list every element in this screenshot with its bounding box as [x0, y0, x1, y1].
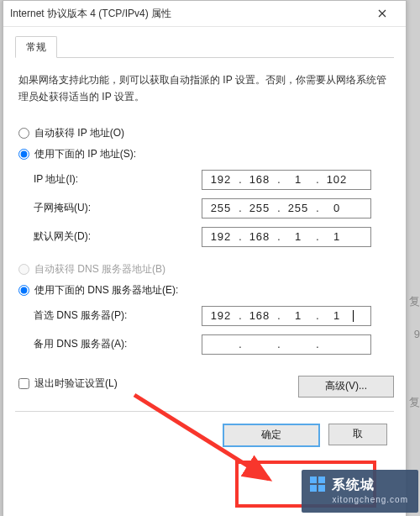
titlebar: Internet 协议版本 4 (TCP/IPv4) 属性: [3, 1, 406, 27]
close-button[interactable]: [365, 1, 399, 26]
description-text: 如果网络支持此功能，则可以获取自动指派的 IP 设置。否则，你需要从网络系统管理…: [18, 71, 391, 106]
radio-ip-manual-input[interactable]: [18, 149, 29, 160]
tab-general[interactable]: 常规: [15, 36, 57, 58]
radio-dns-manual[interactable]: 使用下面的 DNS 服务器地址(E):: [18, 283, 391, 297]
svg-rect-2: [318, 477, 325, 483]
ghost-text: 9: [414, 328, 420, 340]
label-subnet-mask: 子网掩码(U):: [34, 201, 202, 215]
radio-dns-auto-input: [18, 264, 29, 275]
input-ip-address[interactable]: 192. 168. 1. 102: [202, 170, 371, 190]
window-title: Internet 协议版本 4 (TCP/IPv4) 属性: [10, 7, 365, 21]
ip-group: 自动获得 IP 地址(O) 使用下面的 IP 地址(S): IP 地址(I): …: [18, 126, 391, 247]
ghost-text: 复: [409, 395, 420, 410]
cancel-button[interactable]: 取: [328, 424, 387, 445]
watermark-url: xitongcheng.com: [332, 495, 408, 504]
label-default-gateway: 默认网关(D):: [34, 229, 202, 244]
row-preferred-dns: 首选 DNS 服务器(P): 192. 168. 1. 1: [34, 306, 391, 326]
watermark-logo-icon: [308, 475, 327, 493]
radio-dns-manual-label: 使用下面的 DNS 服务器地址(E):: [34, 283, 178, 297]
checkbox-validate-input[interactable]: [18, 378, 29, 389]
row-ip-address: IP 地址(I): 192. 168. 1. 102: [34, 170, 391, 190]
radio-ip-manual[interactable]: 使用下面的 IP 地址(S):: [18, 147, 391, 161]
label-alternate-dns: 备用 DNS 服务器(A):: [34, 337, 202, 351]
radio-dns-auto-label: 自动获得 DNS 服务器地址(B): [34, 262, 165, 276]
input-alternate-dns[interactable]: . . .: [202, 334, 371, 355]
ok-button[interactable]: 确定: [223, 424, 320, 447]
text-cursor-icon: [353, 310, 354, 322]
watermark-name: 系统城: [332, 477, 375, 492]
radio-ip-manual-label: 使用下面的 IP 地址(S):: [34, 147, 136, 161]
row-alternate-dns: 备用 DNS 服务器(A): . . .: [34, 334, 391, 355]
advanced-button[interactable]: 高级(V)...: [298, 376, 394, 398]
input-default-gateway[interactable]: 192. 168. 1. 1: [202, 227, 371, 247]
radio-dns-manual-input[interactable]: [18, 285, 29, 296]
tabs: 常规: [15, 35, 394, 58]
row-default-gateway: 默认网关(D): 192. 168. 1. 1: [34, 227, 391, 247]
label-ip-address: IP 地址(I):: [34, 172, 202, 187]
close-icon: [378, 9, 386, 18]
svg-rect-1: [310, 477, 317, 483]
radio-ip-auto[interactable]: 自动获得 IP 地址(O): [18, 126, 391, 140]
input-subnet-mask[interactable]: 255. 255. 255. 0: [202, 198, 371, 219]
input-preferred-dns[interactable]: 192. 168. 1. 1: [202, 306, 371, 326]
svg-rect-3: [310, 485, 317, 492]
watermark: 系统城 xitongcheng.com: [302, 470, 418, 513]
radio-ip-auto-label: 自动获得 IP 地址(O): [34, 126, 124, 140]
label-preferred-dns: 首选 DNS 服务器(P):: [34, 308, 202, 323]
ipv4-properties-dialog: Internet 协议版本 4 (TCP/IPv4) 属性 常规 如果网络支持此…: [3, 0, 407, 516]
radio-ip-auto-input[interactable]: [18, 128, 29, 139]
dns-group: 自动获得 DNS 服务器地址(B) 使用下面的 DNS 服务器地址(E): 首选…: [18, 262, 391, 355]
ghost-text: 复: [409, 294, 420, 309]
checkbox-validate-label: 退出时验证设置(L): [34, 376, 118, 391]
row-subnet-mask: 子网掩码(U): 255. 255. 255. 0: [34, 198, 391, 219]
radio-dns-auto: 自动获得 DNS 服务器地址(B): [18, 262, 391, 276]
dialog-footer: 确定 取: [15, 411, 394, 447]
svg-rect-4: [318, 485, 325, 492]
